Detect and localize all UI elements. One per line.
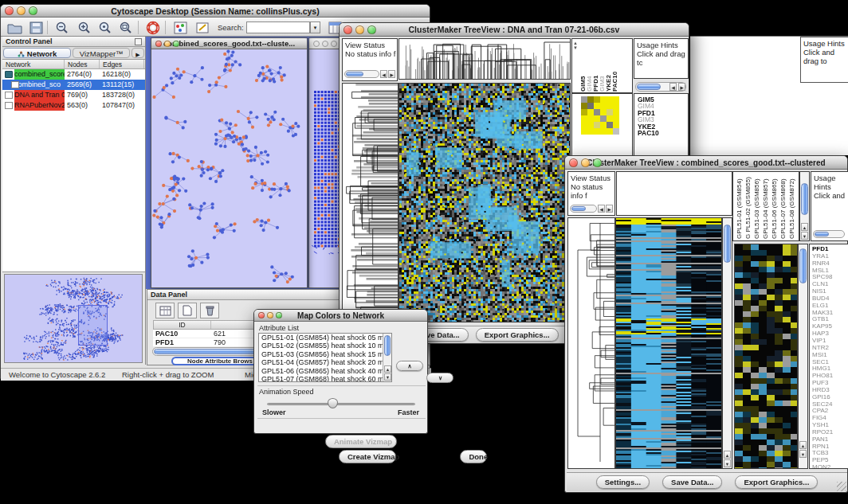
tv2-labels-scrollbar[interactable]: ▲ ▼ [799, 171, 810, 241]
zoom-window-icon[interactable] [331, 41, 337, 47]
tv1-heatmap-global[interactable] [399, 84, 570, 322]
scroll-left-icon[interactable]: ◀ [598, 205, 605, 213]
minimize-icon[interactable] [355, 25, 364, 34]
scroll-down-icon[interactable]: ▼ [801, 232, 808, 240]
scroll-right-icon[interactable]: ▶ [678, 83, 685, 91]
tab-network[interactable]: Network [3, 48, 71, 58]
open-session-icon[interactable] [6, 20, 23, 36]
treeview-button[interactable]: Settings... [596, 475, 650, 489]
attribute-select-icon[interactable] [155, 303, 175, 318]
zoom-window-icon[interactable] [593, 158, 602, 167]
zoom-window-icon[interactable] [367, 25, 376, 34]
network-overview-panel[interactable] [4, 274, 143, 363]
column-header[interactable]: Network [2, 60, 65, 68]
scroll-down-icon[interactable]: ▼ [799, 450, 807, 458]
search-input[interactable] [246, 21, 310, 33]
treeview1-titlebar[interactable]: ClusterMaker TreeView : DNA and Tran 07-… [340, 23, 689, 37]
scrollbar-thumb[interactable] [799, 248, 807, 283]
tv2-row-dendrogram[interactable] [568, 218, 614, 468]
network-titlebar[interactable]: combined_scores_good.txt--cluste... [151, 38, 307, 49]
network-tree-row[interactable]: DNA and Tran 07 769(0) 183728(0) [2, 90, 145, 100]
scroll-up-icon[interactable]: ▲ [801, 223, 808, 231]
network-tree-row[interactable]: combined_scores 2764(0) 16218(0) [2, 69, 145, 80]
scroll-up-icon[interactable]: ▲ [724, 451, 731, 459]
attribute-item[interactable]: GPL51-02 (GSM855) heat shock 10 min [259, 342, 391, 350]
scrollbar-thumb[interactable] [637, 84, 661, 90]
zoom-window-icon[interactable] [29, 6, 37, 15]
annotation-icon[interactable] [194, 20, 211, 36]
move-up-button[interactable]: ∧ [396, 361, 423, 371]
treeview2-titlebar[interactable]: ClusterMaker TreeView : combined_scores_… [565, 156, 847, 170]
scrollbar-thumb[interactable] [384, 335, 391, 356]
minimize-icon[interactable] [164, 41, 171, 47]
gene-label[interactable]: PAC10 [638, 130, 688, 136]
network-tree[interactable]: combined_scores 2764(0) 16218(0) combine… [2, 69, 145, 111]
tv2-zoom-heatmap-panel[interactable] [734, 244, 798, 469]
treeview-button[interactable]: Save Data... [662, 475, 722, 489]
treeview-button[interactable]: Export Graphics... [476, 328, 559, 342]
new-attribute-icon[interactable] [178, 303, 197, 318]
attribute-items[interactable]: GPL51-01 (GSM854) heat shock 05 minGPL51… [259, 334, 391, 382]
network-view-window[interactable]: combined_scores_good.txt--cluste... [151, 37, 308, 288]
zoom-window-icon[interactable] [276, 312, 282, 318]
gene-label[interactable]: MON2 [812, 464, 848, 469]
scroll-left-icon[interactable]: ◀ [380, 70, 387, 78]
treeview2-window[interactable]: ClusterMaker TreeView : combined_scores_… [564, 155, 848, 493]
tv1-heatmap-panel[interactable] [398, 83, 571, 322]
zoom-in-icon[interactable] [76, 20, 93, 36]
search-dropdown-icon[interactable]: ▼ [310, 21, 320, 33]
tv1-heatmap-zoom[interactable] [581, 96, 619, 135]
scroll-down-icon[interactable]: ▼ [724, 459, 731, 467]
view-status-scrollbar[interactable] [344, 70, 379, 78]
close-icon[interactable] [258, 312, 265, 318]
column-header[interactable]: Edges [100, 60, 144, 68]
zoom-selected-icon[interactable] [96, 20, 114, 36]
close-icon[interactable] [155, 41, 162, 47]
attribute-list-scrollbar[interactable]: ▲ ▼ [383, 334, 391, 381]
animate-vizmap-button[interactable]: Animate Vizmap [325, 435, 397, 448]
resize-grip[interactable] [837, 482, 846, 491]
close-icon[interactable] [313, 41, 320, 47]
network-tree-row[interactable]: RNAPuberNov2+I 563(0) 107847(0) [2, 100, 145, 111]
done-button[interactable]: Done [460, 450, 487, 463]
scroll-up-icon[interactable]: ▲ [799, 441, 807, 449]
scroll-right-icon[interactable]: ▶ [388, 70, 395, 78]
tv2-heatmap-scrollbar[interactable]: ▲ ▼ [722, 217, 732, 469]
close-icon[interactable] [569, 158, 578, 167]
column-header[interactable]: ID [154, 321, 211, 329]
tv1-column-dendrogram-panel[interactable] [398, 38, 571, 80]
tv1-zoom-scrollbar[interactable]: ◀ ▶ [635, 82, 686, 92]
create-vizmap-button[interactable]: Create Vizmap [339, 450, 396, 463]
zoom-fit-icon[interactable] [117, 20, 135, 36]
scrollbar-thumb[interactable] [815, 232, 829, 236]
attribute-item[interactable]: GPL51-01 (GSM854) heat shock 05 min [259, 334, 391, 342]
treeview-button[interactable]: Export Graphics... [735, 475, 818, 489]
tab-overflow-icon[interactable]: ▶ [132, 48, 144, 58]
zoom-out-icon[interactable] [53, 20, 71, 36]
view-status-scrollbar[interactable] [570, 205, 597, 213]
close-icon[interactable] [5, 6, 14, 15]
column-header[interactable]: Nodes [65, 60, 100, 68]
tv2-row-dendrogram-panel[interactable] [567, 217, 615, 469]
network-view-canvas[interactable] [151, 49, 307, 287]
scroll-down-icon[interactable]: ▼ [384, 373, 391, 381]
tab-vizmapper[interactable]: VizMapper™ [73, 48, 130, 58]
tv1-row-dendrogram[interactable] [343, 84, 398, 322]
attribute-item[interactable]: GPL51-06 (GSM865) heat shock 40 min [259, 367, 391, 375]
tv2-zoom-scrollbar[interactable]: ▲ ▼ [798, 244, 808, 469]
minimize-icon[interactable] [322, 41, 328, 47]
zoom-window-icon[interactable] [173, 41, 179, 47]
slider-thumb[interactable] [328, 398, 338, 408]
scroll-left-icon[interactable]: ◀ [669, 83, 677, 91]
tv2-heatmap-panel[interactable] [615, 217, 722, 469]
minimize-icon[interactable] [581, 158, 590, 167]
map-colors-dialog[interactable]: Map Colors to Network Attribute List GPL… [253, 309, 428, 434]
tv2-gene-list[interactable]: PFD1YRA1RNR4MSL1SPC98CLN1NIS1BUD4ELG1MAK… [809, 244, 848, 469]
network-tree-row[interactable]: combined_sco 2569(6) 13112(15) [2, 80, 145, 90]
scrollbar-thumb[interactable] [724, 225, 731, 263]
scrollbar-thumb[interactable] [801, 183, 808, 215]
attribute-item[interactable]: GPL51-07 (GSM868) heat shock 60 min [259, 375, 391, 382]
vizmapper-icon[interactable] [171, 20, 189, 36]
delete-attribute-icon[interactable] [200, 303, 219, 318]
close-icon[interactable] [344, 25, 352, 34]
